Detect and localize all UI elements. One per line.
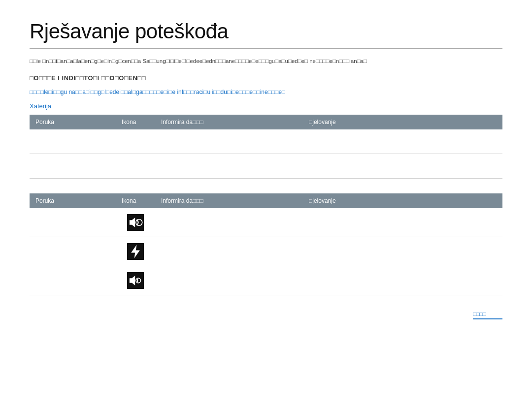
bottom-nav-bar [473,318,502,321]
cell-poruka [30,154,116,179]
cell-poruka [30,237,116,266]
bottom-nav: □□□□ [30,310,502,321]
col-header-djel-1: □jelovanje [303,115,502,129]
cell-poruka [30,208,116,237]
cell-djel [303,237,502,266]
cell-ikona [116,237,155,266]
col-header-poruka-1: Poruka [30,115,116,129]
cell-djel [303,129,502,154]
col-header-djel-2: □jelovanje [303,193,502,208]
table-1: Poruka Ikona Informira da□□□ □jelovanje [30,115,502,179]
cell-poruka [30,266,116,295]
cell-ikona [116,266,155,295]
cell-djel [303,154,502,179]
cell-info [155,129,303,154]
cell-info [155,266,303,295]
col-header-poruka-2: Poruka [30,193,116,208]
table-row [30,266,502,295]
icon-speaker-small [122,272,149,289]
table-row [30,208,502,237]
cell-info [155,208,303,237]
col-header-ikona-2: Ikona [116,193,155,208]
cell-info [155,154,303,179]
cell-djel [303,208,502,237]
bottom-nav-link[interactable]: □□□□ [473,311,486,317]
cell-ikona [116,129,155,154]
table-2: Poruka Ikona Informira da□□□ □jelovanje [30,193,502,295]
icon-zap [122,243,149,260]
intro-text: □□ie □n□□i□an□a□la□en□g□e□in□g□cen□□a Sa… [30,57,502,65]
cell-ikona [116,208,155,237]
col-header-ikona-1: Ikona [116,115,155,129]
cell-djel [303,266,502,295]
cell-info [155,237,303,266]
cell-poruka [30,129,116,154]
col-header-info-2: Informira da□□□ [155,193,303,208]
category-label: Xaterija [30,102,502,110]
table-row [30,154,502,179]
table-row [30,129,502,154]
cell-ikona [116,154,155,179]
icon-speaker-circle [122,214,149,231]
table-row [30,237,502,266]
title-divider [30,48,502,49]
section-heading: □O□□□E I INDI□□TO□I □□O□O□EN□□ [30,74,502,82]
page-title: Rješavanje poteškođa [30,20,502,43]
col-header-info-1: Informira da□□□ [155,115,303,129]
info-link[interactable]: □□□□le□i□□gu na□□a□i□□g□l□edei□□al□ga□□□… [30,88,502,97]
